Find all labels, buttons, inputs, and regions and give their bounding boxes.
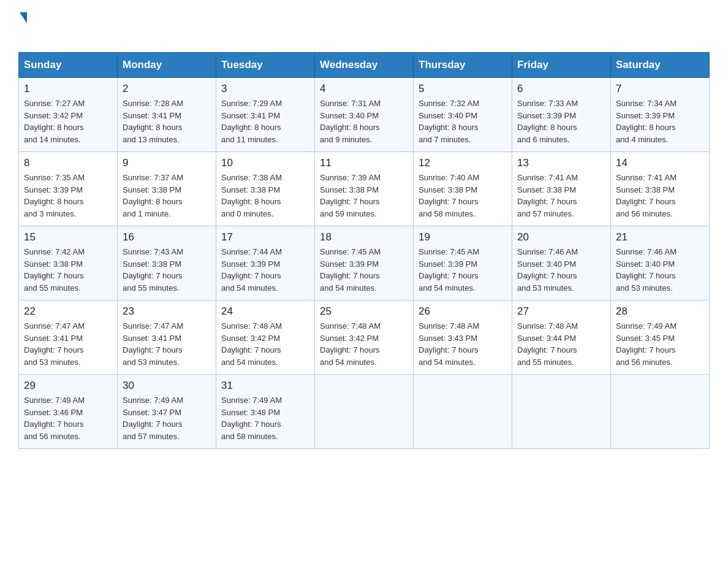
calendar-cell: 20Sunrise: 7:46 AMSunset: 3:40 PMDayligh…	[512, 226, 611, 301]
calendar-cell: 2Sunrise: 7:28 AMSunset: 3:41 PMDaylight…	[118, 78, 216, 152]
day-number: 14	[616, 157, 704, 169]
calendar-cell: 8Sunrise: 7:35 AMSunset: 3:39 PMDaylight…	[19, 152, 118, 226]
calendar-cell: 30Sunrise: 7:49 AMSunset: 3:47 PMDayligh…	[118, 375, 216, 449]
day-info: Sunrise: 7:35 AMSunset: 3:39 PMDaylight:…	[24, 172, 112, 220]
day-info: Sunrise: 7:47 AMSunset: 3:41 PMDaylight:…	[24, 320, 112, 368]
day-info: Sunrise: 7:47 AMSunset: 3:41 PMDaylight:…	[123, 320, 211, 368]
col-header-friday: Friday	[512, 53, 611, 78]
day-info: Sunrise: 7:28 AMSunset: 3:41 PMDaylight:…	[123, 98, 211, 145]
calendar-cell: 14Sunrise: 7:41 AMSunset: 3:38 PMDayligh…	[611, 152, 710, 226]
day-number: 4	[320, 83, 408, 95]
calendar-cell: 31Sunrise: 7:49 AMSunset: 3:48 PMDayligh…	[216, 375, 315, 449]
day-info: Sunrise: 7:49 AMSunset: 3:46 PMDaylight:…	[24, 394, 112, 442]
day-info: Sunrise: 7:33 AMSunset: 3:39 PMDaylight:…	[517, 98, 605, 145]
day-info: Sunrise: 7:49 AMSunset: 3:48 PMDaylight:…	[221, 394, 309, 442]
calendar-week-row: 15Sunrise: 7:42 AMSunset: 3:38 PMDayligh…	[19, 226, 710, 301]
day-info: Sunrise: 7:39 AMSunset: 3:38 PMDaylight:…	[320, 172, 408, 220]
day-number: 6	[517, 83, 605, 95]
day-number: 31	[221, 380, 309, 392]
calendar-cell: 28Sunrise: 7:49 AMSunset: 3:45 PMDayligh…	[611, 301, 710, 375]
day-info: Sunrise: 7:38 AMSunset: 3:38 PMDaylight:…	[221, 172, 309, 220]
day-info: Sunrise: 7:44 AMSunset: 3:39 PMDaylight:…	[221, 246, 309, 294]
day-number: 7	[616, 83, 704, 95]
day-info: Sunrise: 7:41 AMSunset: 3:38 PMDaylight:…	[517, 172, 605, 220]
calendar-cell: 15Sunrise: 7:42 AMSunset: 3:38 PMDayligh…	[19, 226, 118, 301]
day-number: 18	[320, 231, 408, 243]
calendar-header-row: SundayMondayTuesdayWednesdayThursdayFrid…	[19, 53, 710, 78]
day-number: 17	[221, 231, 309, 243]
day-number: 21	[616, 231, 704, 243]
calendar-cell: 12Sunrise: 7:40 AMSunset: 3:38 PMDayligh…	[414, 152, 512, 226]
calendar-cell: 4Sunrise: 7:31 AMSunset: 3:40 PMDaylight…	[315, 78, 414, 152]
day-number: 5	[419, 83, 507, 95]
calendar-cell: 24Sunrise: 7:48 AMSunset: 3:42 PMDayligh…	[216, 301, 315, 375]
day-info: Sunrise: 7:43 AMSunset: 3:38 PMDaylight:…	[123, 246, 211, 294]
calendar-week-row: 22Sunrise: 7:47 AMSunset: 3:41 PMDayligh…	[19, 301, 710, 375]
calendar-cell	[512, 375, 611, 449]
calendar-cell: 1Sunrise: 7:27 AMSunset: 3:42 PMDaylight…	[19, 78, 118, 152]
calendar-cell: 18Sunrise: 7:45 AMSunset: 3:39 PMDayligh…	[315, 226, 414, 301]
day-info: Sunrise: 7:49 AMSunset: 3:47 PMDaylight:…	[123, 394, 211, 442]
calendar-cell: 21Sunrise: 7:46 AMSunset: 3:40 PMDayligh…	[611, 226, 710, 301]
day-info: Sunrise: 7:32 AMSunset: 3:40 PMDaylight:…	[419, 98, 507, 145]
day-info: Sunrise: 7:27 AMSunset: 3:42 PMDaylight:…	[24, 98, 112, 145]
page-header	[18, 12, 710, 41]
day-info: Sunrise: 7:49 AMSunset: 3:45 PMDaylight:…	[616, 320, 704, 368]
day-number: 26	[419, 305, 507, 318]
day-number: 13	[517, 157, 605, 169]
col-header-wednesday: Wednesday	[315, 53, 414, 78]
day-number: 23	[123, 305, 211, 318]
day-number: 12	[419, 157, 507, 169]
day-number: 28	[616, 305, 704, 318]
day-number: 24	[221, 305, 309, 318]
day-info: Sunrise: 7:48 AMSunset: 3:43 PMDaylight:…	[419, 320, 507, 368]
day-info: Sunrise: 7:41 AMSunset: 3:38 PMDaylight:…	[616, 172, 704, 220]
calendar-cell: 27Sunrise: 7:48 AMSunset: 3:44 PMDayligh…	[512, 301, 611, 375]
day-number: 16	[123, 231, 211, 243]
day-number: 2	[123, 83, 211, 95]
day-number: 11	[320, 157, 408, 169]
day-info: Sunrise: 7:37 AMSunset: 3:38 PMDaylight:…	[123, 172, 211, 220]
day-info: Sunrise: 7:46 AMSunset: 3:40 PMDaylight:…	[517, 246, 605, 294]
calendar-cell: 5Sunrise: 7:32 AMSunset: 3:40 PMDaylight…	[414, 78, 512, 152]
calendar-week-row: 1Sunrise: 7:27 AMSunset: 3:42 PMDaylight…	[19, 78, 710, 152]
day-number: 22	[24, 305, 112, 318]
calendar-cell: 22Sunrise: 7:47 AMSunset: 3:41 PMDayligh…	[19, 301, 118, 375]
day-info: Sunrise: 7:31 AMSunset: 3:40 PMDaylight:…	[320, 98, 408, 145]
day-info: Sunrise: 7:46 AMSunset: 3:40 PMDaylight:…	[616, 246, 704, 294]
col-header-monday: Monday	[118, 53, 216, 78]
day-info: Sunrise: 7:40 AMSunset: 3:38 PMDaylight:…	[419, 172, 507, 220]
calendar-cell: 16Sunrise: 7:43 AMSunset: 3:38 PMDayligh…	[118, 226, 216, 301]
day-info: Sunrise: 7:42 AMSunset: 3:38 PMDaylight:…	[24, 246, 112, 294]
calendar-week-row: 8Sunrise: 7:35 AMSunset: 3:39 PMDaylight…	[19, 152, 710, 226]
calendar-cell: 11Sunrise: 7:39 AMSunset: 3:38 PMDayligh…	[315, 152, 414, 226]
calendar-cell: 6Sunrise: 7:33 AMSunset: 3:39 PMDaylight…	[512, 78, 611, 152]
calendar-cell: 25Sunrise: 7:48 AMSunset: 3:42 PMDayligh…	[315, 301, 414, 375]
col-header-tuesday: Tuesday	[216, 53, 315, 78]
calendar-cell: 10Sunrise: 7:38 AMSunset: 3:38 PMDayligh…	[216, 152, 315, 226]
calendar-cell: 9Sunrise: 7:37 AMSunset: 3:38 PMDaylight…	[118, 152, 216, 226]
calendar-cell	[414, 375, 512, 449]
calendar-cell: 13Sunrise: 7:41 AMSunset: 3:38 PMDayligh…	[512, 152, 611, 226]
day-info: Sunrise: 7:48 AMSunset: 3:42 PMDaylight:…	[221, 320, 309, 368]
col-header-saturday: Saturday	[611, 53, 710, 78]
calendar-week-row: 29Sunrise: 7:49 AMSunset: 3:46 PMDayligh…	[19, 375, 710, 449]
day-info: Sunrise: 7:45 AMSunset: 3:39 PMDaylight:…	[419, 246, 507, 294]
day-number: 3	[221, 83, 309, 95]
col-header-sunday: Sunday	[19, 53, 118, 78]
day-number: 9	[123, 157, 211, 169]
calendar-cell	[611, 375, 710, 449]
logo	[18, 12, 27, 41]
calendar-cell: 17Sunrise: 7:44 AMSunset: 3:39 PMDayligh…	[216, 226, 315, 301]
calendar-cell: 23Sunrise: 7:47 AMSunset: 3:41 PMDayligh…	[118, 301, 216, 375]
day-number: 8	[24, 157, 112, 169]
day-number: 19	[419, 231, 507, 243]
calendar-cell: 19Sunrise: 7:45 AMSunset: 3:39 PMDayligh…	[414, 226, 512, 301]
day-number: 30	[123, 380, 211, 392]
calendar-cell: 26Sunrise: 7:48 AMSunset: 3:43 PMDayligh…	[414, 301, 512, 375]
day-number: 27	[517, 305, 605, 318]
calendar-cell: 7Sunrise: 7:34 AMSunset: 3:39 PMDaylight…	[611, 78, 710, 152]
day-number: 29	[24, 380, 112, 392]
day-info: Sunrise: 7:48 AMSunset: 3:44 PMDaylight:…	[517, 320, 605, 368]
day-number: 1	[24, 83, 112, 95]
